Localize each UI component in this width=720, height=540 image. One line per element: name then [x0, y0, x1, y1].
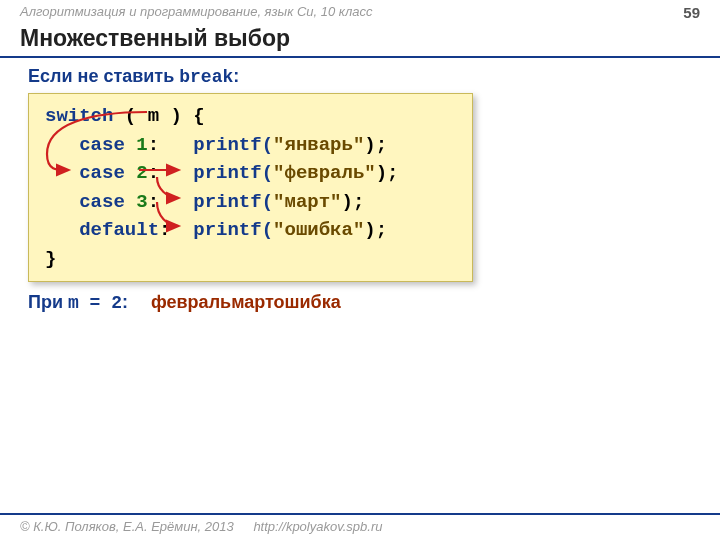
course-label: Алгоритмизация и программирование, язык …	[20, 4, 373, 21]
content: Если не ставить break: switch ( m ) { ca…	[0, 58, 720, 321]
intro-keyword: break	[179, 67, 233, 87]
copyright: © К.Ю. Поляков, Е.А. Ерёмин, 2013	[20, 519, 234, 534]
code-box: switch ( m ) { case 1: printf("январь");…	[28, 93, 473, 282]
header-strip: Алгоритмизация и программирование, язык …	[0, 0, 720, 23]
slide-title: Множественный выбор	[0, 23, 720, 58]
code-line-2: case 1: printf("январь");	[45, 131, 456, 160]
code-line-6: }	[45, 245, 456, 274]
result-label-mono: m = 2	[68, 293, 122, 313]
intro-line: Если не ставить break:	[28, 66, 692, 87]
footer: © К.Ю. Поляков, Е.А. Ерёмин, 2013 http:/…	[0, 513, 720, 540]
intro-suffix: :	[233, 66, 239, 86]
footer-link[interactable]: http://kpolyakov.spb.ru	[253, 519, 382, 534]
page-number: 59	[683, 4, 700, 21]
intro-prefix: Если не ставить	[28, 66, 179, 86]
result-output: февральмартошибка	[151, 292, 341, 312]
code-line-4: case 3: printf("март");	[45, 188, 456, 217]
code-line-3: case 2: printf("февраль");	[45, 159, 456, 188]
result-line: При m = 2: февральмартошибка	[28, 292, 692, 313]
result-label-suffix: :	[122, 292, 128, 312]
code-line-5: default: printf("ошибка");	[45, 216, 456, 245]
code-line-1: switch ( m ) {	[45, 102, 456, 131]
result-label-prefix: При	[28, 292, 68, 312]
